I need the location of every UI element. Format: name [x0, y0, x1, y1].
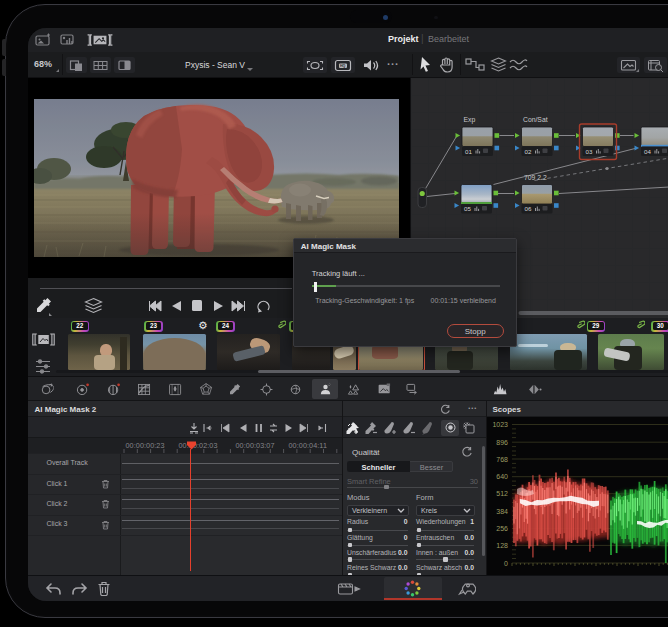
svg-text:01: 01 [465, 147, 472, 154]
svg-text:03: 03 [585, 147, 592, 154]
svg-text:06: 06 [524, 205, 531, 212]
svg-text:HQ: HQ [340, 64, 346, 68]
svg-text:768: 768 [496, 456, 508, 463]
svg-text:256: 256 [496, 525, 508, 532]
svg-text:896: 896 [496, 439, 508, 446]
svg-text:Con/Sat: Con/Sat [523, 116, 548, 123]
svg-text:640: 640 [496, 473, 508, 480]
svg-text:0: 0 [504, 560, 508, 567]
svg-text:04: 04 [644, 147, 651, 154]
svg-text:Exp: Exp [463, 116, 475, 124]
svg-text:128: 128 [496, 542, 508, 549]
svg-text:1023: 1023 [492, 421, 508, 428]
svg-text:02: 02 [524, 147, 531, 154]
svg-text:05: 05 [464, 205, 471, 212]
svg-text:384: 384 [496, 508, 508, 515]
svg-text:709 2.2: 709 2.2 [524, 173, 547, 180]
svg-text:512: 512 [496, 490, 508, 497]
